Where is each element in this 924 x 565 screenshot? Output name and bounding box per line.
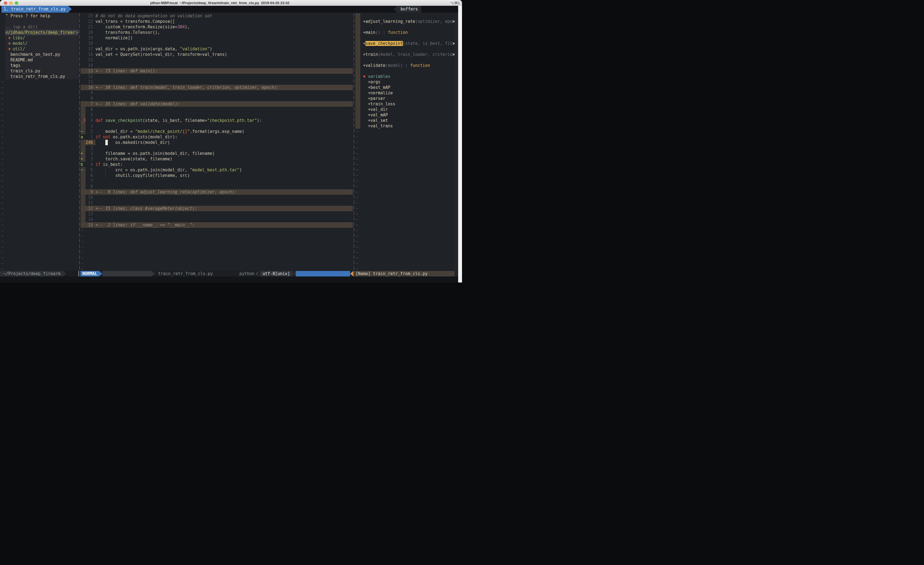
- code-line[interactable]: 3+ torch.save(state, filename): [81, 156, 353, 162]
- code-line[interactable]: 11: [81, 200, 353, 206]
- buffers-label[interactable]: buffers: [397, 6, 421, 13]
- code-line[interactable]: 13: [81, 211, 353, 217]
- tagbar-panel[interactable]: +adjust_learning_rate(optimizer, epo>+ma…: [355, 13, 454, 271]
- window-separator[interactable]: [354, 13, 354, 271]
- tagbar-blank[interactable]: [355, 68, 454, 74]
- statusline-filetype: python: [240, 271, 254, 276]
- minimize-button[interactable]: [9, 2, 13, 5]
- tagbar-item[interactable]: +adjust_learning_rate(optimizer, epo>: [355, 19, 454, 24]
- tagbar-blank[interactable]: [355, 35, 454, 41]
- tree-item[interactable]: benchmark_on_test.py: [0, 52, 79, 57]
- tree-item[interactable]: README.md: [0, 57, 79, 63]
- tagbar-item[interactable]: +validate(model) : function: [355, 63, 454, 68]
- tree-item[interactable]: .. (up a dir): [0, 24, 79, 30]
- code-line[interactable]: 2+ filename = os.path.join(model_dir, fi…: [81, 151, 353, 156]
- tree-item[interactable]: </jdhao/Projects/deep_firear>: [0, 30, 79, 35]
- code-line[interactable]: 8: [81, 96, 353, 101]
- code-line[interactable]: 7: [81, 178, 353, 184]
- tree-item[interactable]: train_cls.py: [0, 68, 79, 74]
- tagbar-item[interactable]: +best_mAP: [355, 85, 454, 90]
- tagbar-item[interactable]: +parser: [355, 96, 454, 101]
- tagbar-blank[interactable]: [355, 46, 454, 52]
- tagbar-item[interactable]: +val_mAP: [355, 112, 454, 118]
- tree-item-label: tags: [6, 63, 20, 68]
- folded-line[interactable]: 12+-- 15 lines: class AverageMeter(objec…: [81, 206, 353, 211]
- line-number: 10: [86, 195, 93, 200]
- tilde-marker: ~: [356, 200, 358, 206]
- code-line[interactable]: 15: [81, 57, 353, 63]
- code-line[interactable]: 5: [81, 112, 353, 118]
- code-line[interactable]: 10: [81, 195, 353, 200]
- tagbar-item[interactable]: +save_checkpoint(state, is_best, fil>: [355, 41, 454, 46]
- code-line[interactable]: 1aif not os.path.exists(model_dir):: [81, 134, 353, 140]
- scrollbar-track[interactable]: [458, 6, 462, 282]
- code-window[interactable]: 23# do not do data augmentation on valid…: [81, 13, 353, 271]
- tree-item[interactable]: [0, 19, 79, 24]
- tagbar-item-label: +validate(model) : function: [363, 63, 430, 68]
- line-number: 18: [86, 41, 93, 46]
- tab-train-retr-from-cls[interactable]: 1. train_retr_from_cls.py: [2, 6, 69, 13]
- folded-line[interactable]: 7+-- 35 lines: def validate(model):: [81, 101, 353, 107]
- tagbar-gutter-bg: [355, 19, 360, 24]
- code-line[interactable]: 2~ model_dir = "model/check_point/{}".fo…: [81, 129, 353, 134]
- code-line[interactable]: 22val_trans = transforms.Compose([: [81, 19, 353, 24]
- zoom-button[interactable]: [15, 2, 18, 5]
- code-line[interactable]: 5~ src = os.path.join(model_dir, "model_…: [81, 167, 353, 173]
- code-line[interactable]: 23# do not do data augmentation on valid…: [81, 13, 353, 19]
- code-line[interactable]: 4_3def save_checkpoint(state, is_best, f…: [81, 118, 353, 123]
- tagbar-item[interactable]: +val_trans: [355, 123, 454, 129]
- nerdtree-panel[interactable]: " Press ? for help.. (up a dir)</jdhao/P…: [0, 13, 79, 271]
- tagbar-item[interactable]: ▼ variables: [355, 74, 454, 79]
- code-line[interactable]: 8: [81, 184, 353, 189]
- tagbar-blank[interactable]: [355, 57, 454, 63]
- empty-line: ~: [0, 250, 79, 255]
- code-line[interactable]: 12: [81, 74, 353, 79]
- tree-item[interactable]: libs/: [0, 35, 79, 41]
- code-line[interactable]: 19 normalize]): [81, 35, 353, 41]
- code-line[interactable]: 3: [81, 123, 353, 129]
- close-button[interactable]: [4, 2, 7, 5]
- window-separator[interactable]: [79, 13, 80, 271]
- tagbar-item[interactable]: +train_loss: [355, 101, 454, 107]
- tree-item[interactable]: " Press ? for help: [0, 13, 79, 19]
- tagbar-blank[interactable]: [355, 13, 454, 19]
- folded-line[interactable]: 13+-- 73 lines: def main():: [81, 68, 353, 74]
- tilde-marker: ~: [81, 250, 84, 255]
- code-line[interactable]: 246 os.makedirs(model_dir): [81, 140, 353, 145]
- tree-item[interactable]: model/: [0, 41, 79, 46]
- statusline-filename: train_retr_from_cls.py: [158, 271, 213, 276]
- code-line[interactable]: 14: [81, 63, 353, 68]
- code-line[interactable]: 9: [81, 90, 353, 96]
- folded-line[interactable]: 10+-- 50 lines: def train(model, train_l…: [81, 85, 353, 90]
- tagbar-item[interactable]: +main() : function: [355, 30, 454, 35]
- code-text: val_dir = os.path.join(args.data, "valid…: [95, 46, 212, 52]
- line-number: 9: [86, 90, 93, 96]
- empty-line: ~: [81, 239, 353, 244]
- tree-item[interactable]: tags: [0, 63, 79, 68]
- code-line[interactable]: 21 custom_transform.Resize(size=384),: [81, 24, 353, 30]
- code-line[interactable]: 14: [81, 217, 353, 222]
- vim-command-line[interactable]: [0, 276, 458, 282]
- tree-item[interactable]: train_retr_from_cls.py: [0, 74, 79, 79]
- code-line[interactable]: 20 transforms.ToTensor(),: [81, 30, 353, 35]
- tilde-marker: ~: [356, 250, 358, 255]
- tagbar-blank[interactable]: [355, 24, 454, 30]
- code-line[interactable]: 6: [81, 107, 353, 112]
- code-line[interactable]: 4bif is_best:: [81, 162, 353, 167]
- code-line[interactable]: 6 shutil.copyfile(filename, src): [81, 173, 353, 178]
- code-line[interactable]: 17val_dir = os.path.join(args.data, "val…: [81, 46, 353, 52]
- tilde-marker: ~: [356, 162, 358, 167]
- code-line[interactable]: 11: [81, 79, 353, 85]
- code-line[interactable]: 18: [81, 41, 353, 46]
- folded-line[interactable]: 9+-- 9 lines: def adjust_learning_rate(o…: [81, 189, 353, 195]
- code-line[interactable]: 1: [81, 145, 353, 151]
- tagbar-item[interactable]: +train(model, train_loader, criterio>: [355, 52, 454, 57]
- tree-item[interactable]: util/: [0, 46, 79, 52]
- tagbar-item[interactable]: +val_dir: [355, 107, 454, 112]
- folded-line[interactable]: 15+-- 2 lines: if __name__ == "__main__"…: [81, 222, 353, 228]
- tagbar-item[interactable]: +args: [355, 79, 454, 85]
- tagbar-item[interactable]: +normalize: [355, 90, 454, 96]
- code-text: val_trans = transforms.Compose([: [95, 19, 175, 24]
- tagbar-item[interactable]: +val_set: [355, 118, 454, 123]
- code-line[interactable]: 16val_set = QuerySet(root=val_dir, trans…: [81, 52, 353, 57]
